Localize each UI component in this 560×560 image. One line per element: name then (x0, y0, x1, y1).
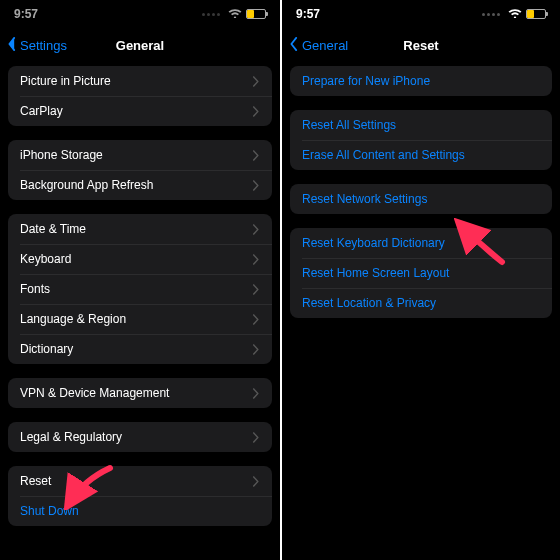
row-prepare-for-new-iphone[interactable]: Prepare for New iPhone (290, 66, 552, 96)
row-label: Background App Refresh (20, 178, 153, 192)
row-iphone-storage[interactable]: iPhone Storage (8, 140, 272, 170)
settings-group: Reset All SettingsErase All Content and … (290, 110, 552, 170)
row-reset-all-settings[interactable]: Reset All Settings (290, 110, 552, 140)
row-label: Reset Home Screen Layout (302, 266, 449, 280)
row-label: VPN & Device Management (20, 386, 169, 400)
status-bar: 9:57 (282, 0, 560, 28)
chevron-left-icon (6, 37, 18, 54)
row-label: Erase All Content and Settings (302, 148, 465, 162)
row-background-app-refresh[interactable]: Background App Refresh (8, 170, 272, 200)
row-legal-regulatory[interactable]: Legal & Regulatory (8, 422, 272, 452)
chevron-right-icon (252, 388, 260, 399)
chevron-right-icon (252, 150, 260, 161)
chevron-right-icon (252, 254, 260, 265)
row-carplay[interactable]: CarPlay (8, 96, 272, 126)
row-reset[interactable]: Reset (8, 466, 272, 496)
status-bar: 9:57 (0, 0, 280, 28)
row-label: Reset Location & Privacy (302, 296, 436, 310)
nav-bar: Settings General (0, 28, 280, 62)
settings-group: Picture in PictureCarPlay (8, 66, 272, 126)
settings-group: Prepare for New iPhone (290, 66, 552, 96)
status-time: 9:57 (14, 7, 38, 21)
row-label: Fonts (20, 282, 50, 296)
row-reset-location-privacy[interactable]: Reset Location & Privacy (290, 288, 552, 318)
row-label: Prepare for New iPhone (302, 74, 430, 88)
row-reset-home-screen-layout[interactable]: Reset Home Screen Layout (290, 258, 552, 288)
chevron-right-icon (252, 344, 260, 355)
row-dictionary[interactable]: Dictionary (8, 334, 272, 364)
row-vpn-device-management[interactable]: VPN & Device Management (8, 378, 272, 408)
nav-bar: General Reset (282, 28, 560, 62)
row-label: Language & Region (20, 312, 126, 326)
battery-icon (246, 9, 266, 19)
status-time: 9:57 (296, 7, 320, 21)
nav-title: Reset (403, 38, 438, 53)
recording-dots-icon (202, 13, 220, 16)
chevron-left-icon (288, 37, 300, 54)
nav-title: General (116, 38, 164, 53)
row-label: Keyboard (20, 252, 71, 266)
phone-reset: 9:57 General Reset Prepare for New iPhon… (280, 0, 560, 560)
settings-group: Reset Network Settings (290, 184, 552, 214)
settings-group: Date & TimeKeyboardFontsLanguage & Regio… (8, 214, 272, 364)
back-label: General (302, 38, 348, 53)
chevron-right-icon (252, 76, 260, 87)
settings-group: Reset Keyboard DictionaryReset Home Scre… (290, 228, 552, 318)
chevron-right-icon (252, 314, 260, 325)
wifi-icon (228, 7, 242, 21)
settings-group: Legal & Regulatory (8, 422, 272, 452)
row-label: Reset (20, 474, 51, 488)
chevron-right-icon (252, 180, 260, 191)
reset-list[interactable]: Prepare for New iPhoneReset All Settings… (282, 62, 560, 560)
row-label: Dictionary (20, 342, 73, 356)
battery-icon (526, 9, 546, 19)
row-label: Date & Time (20, 222, 86, 236)
wifi-icon (508, 7, 522, 21)
row-label: Legal & Regulatory (20, 430, 122, 444)
back-button[interactable]: General (288, 28, 348, 62)
chevron-right-icon (252, 106, 260, 117)
settings-list[interactable]: Picture in PictureCarPlayiPhone StorageB… (0, 62, 280, 560)
row-label: Shut Down (20, 504, 79, 518)
row-label: Reset Keyboard Dictionary (302, 236, 445, 250)
back-label: Settings (20, 38, 67, 53)
row-fonts[interactable]: Fonts (8, 274, 272, 304)
row-erase-all-content-and-settings[interactable]: Erase All Content and Settings (290, 140, 552, 170)
row-date-time[interactable]: Date & Time (8, 214, 272, 244)
status-right (202, 7, 266, 21)
row-shut-down[interactable]: Shut Down (8, 496, 272, 526)
recording-dots-icon (482, 13, 500, 16)
chevron-right-icon (252, 284, 260, 295)
back-button[interactable]: Settings (6, 28, 67, 62)
row-keyboard[interactable]: Keyboard (8, 244, 272, 274)
row-label: iPhone Storage (20, 148, 103, 162)
status-right (482, 7, 546, 21)
row-label: Reset All Settings (302, 118, 396, 132)
row-reset-keyboard-dictionary[interactable]: Reset Keyboard Dictionary (290, 228, 552, 258)
settings-group: iPhone StorageBackground App Refresh (8, 140, 272, 200)
row-label: CarPlay (20, 104, 63, 118)
settings-group: ResetShut Down (8, 466, 272, 526)
row-language-region[interactable]: Language & Region (8, 304, 272, 334)
chevron-right-icon (252, 224, 260, 235)
chevron-right-icon (252, 476, 260, 487)
phone-general: 9:57 Settings General Picture in Picture… (0, 0, 280, 560)
settings-group: VPN & Device Management (8, 378, 272, 408)
row-label: Reset Network Settings (302, 192, 427, 206)
row-reset-network-settings[interactable]: Reset Network Settings (290, 184, 552, 214)
row-picture-in-picture[interactable]: Picture in Picture (8, 66, 272, 96)
chevron-right-icon (252, 432, 260, 443)
row-label: Picture in Picture (20, 74, 111, 88)
